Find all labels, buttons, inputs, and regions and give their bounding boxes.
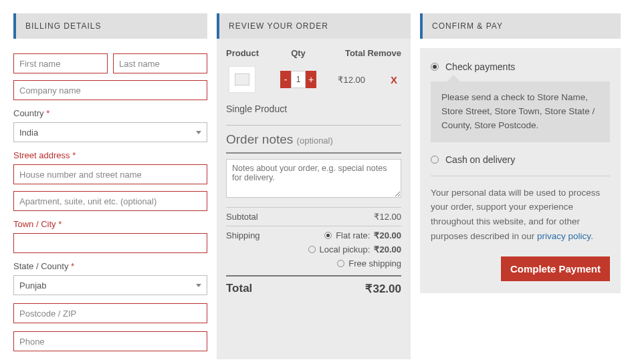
remove-button[interactable]: X bbox=[365, 74, 401, 85]
radio-icon bbox=[337, 260, 344, 267]
shipping-option-local[interactable]: Local pickup: ₹20.00 bbox=[308, 244, 401, 254]
th-remove: Remove bbox=[365, 48, 401, 58]
company-input[interactable] bbox=[13, 80, 207, 100]
checkout-page: BILLING DETAILS Country * India Street a… bbox=[13, 13, 630, 359]
th-total: Total bbox=[318, 48, 365, 58]
qty-plus-button[interactable]: + bbox=[306, 71, 316, 88]
country-select[interactable]: India bbox=[13, 122, 207, 142]
totals-block: Subtotal ₹12.00 Shipping Flat rate: ₹20.… bbox=[226, 207, 401, 296]
th-qty: Qty bbox=[278, 48, 318, 58]
privacy-text: Your personal data will be used to proce… bbox=[431, 186, 610, 243]
state-select[interactable]: Punjab bbox=[13, 275, 207, 295]
shipping-row: Shipping Flat rate: ₹20.00 Local pickup:… bbox=[226, 226, 401, 272]
th-product: Product bbox=[226, 48, 278, 58]
radio-icon bbox=[324, 232, 332, 239]
street-label: Street address * bbox=[13, 150, 207, 160]
qty-value[interactable]: 1 bbox=[291, 71, 306, 88]
chevron-down-icon bbox=[196, 131, 201, 134]
qty-stepper: - 1 + bbox=[280, 71, 316, 88]
radio-icon bbox=[431, 63, 439, 71]
divider bbox=[431, 176, 610, 176]
state-label: State / County * bbox=[13, 261, 207, 271]
payment-box: Check payments Please send a check to St… bbox=[420, 48, 621, 293]
confirm-column: CONFIRM & PAY Check payments Please send… bbox=[420, 13, 621, 359]
qty-minus-button[interactable]: - bbox=[280, 71, 291, 88]
first-name-input[interactable] bbox=[13, 53, 108, 73]
review-column: REVIEW YOUR ORDER Product Qty Total Remo… bbox=[217, 13, 411, 359]
radio-icon bbox=[431, 156, 439, 164]
order-notes-title: Order notes (optional) bbox=[226, 132, 401, 150]
country-label: Country * bbox=[13, 108, 207, 118]
payment-desc: Please send a check to Store Name, Store… bbox=[431, 81, 610, 142]
image-icon bbox=[235, 73, 249, 85]
subtotal-row: Subtotal ₹12.00 bbox=[226, 207, 401, 226]
review-header: REVIEW YOUR ORDER bbox=[217, 13, 411, 39]
street1-input[interactable] bbox=[13, 164, 207, 184]
city-input[interactable] bbox=[13, 233, 207, 253]
shipping-option-free[interactable]: Free shipping bbox=[337, 258, 401, 268]
country-value: India bbox=[19, 128, 38, 138]
product-row: - 1 + ₹12.00 X bbox=[226, 63, 401, 100]
billing-column: BILLING DETAILS Country * India Street a… bbox=[13, 13, 207, 359]
street2-input[interactable] bbox=[13, 191, 207, 211]
order-notes-input[interactable] bbox=[226, 159, 401, 198]
chevron-down-icon bbox=[196, 284, 201, 287]
divider bbox=[226, 125, 401, 126]
product-name: Single Product bbox=[226, 100, 401, 122]
radio-icon bbox=[308, 246, 316, 253]
payment-option-cod[interactable]: Cash on delivery bbox=[431, 150, 610, 169]
review-table-head: Product Qty Total Remove bbox=[226, 45, 401, 63]
divider bbox=[226, 152, 401, 154]
payment-option-check[interactable]: Check payments bbox=[431, 57, 610, 76]
phone-input[interactable] bbox=[13, 331, 207, 351]
city-label: Town / City * bbox=[13, 219, 207, 229]
line-total: ₹12.00 bbox=[318, 75, 365, 85]
privacy-policy-link[interactable]: privacy policy bbox=[537, 231, 591, 241]
total-row: Total ₹32.00 bbox=[226, 275, 401, 296]
complete-payment-button[interactable]: Complete Payment bbox=[501, 256, 610, 281]
last-name-input[interactable] bbox=[113, 53, 207, 73]
confirm-header: CONFIRM & PAY bbox=[420, 13, 621, 39]
state-value: Punjab bbox=[19, 281, 46, 291]
product-image-placeholder bbox=[229, 66, 255, 93]
postcode-input[interactable] bbox=[13, 303, 207, 323]
shipping-option-flat[interactable]: Flat rate: ₹20.00 bbox=[324, 230, 401, 240]
billing-header: BILLING DETAILS bbox=[13, 13, 207, 39]
